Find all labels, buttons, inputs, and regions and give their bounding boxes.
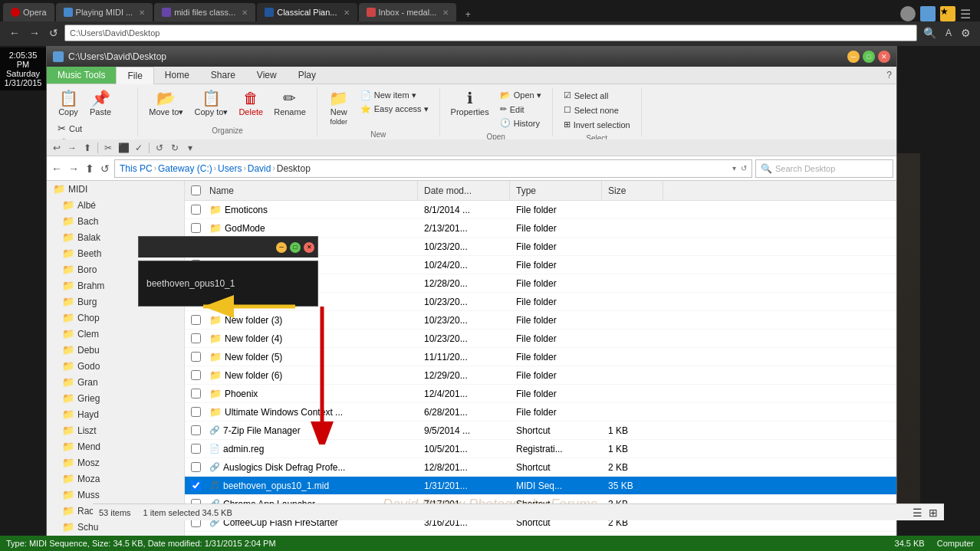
qa-forward[interactable]: →: [65, 141, 79, 155]
cut-button[interactable]: ✂ Cut: [53, 121, 131, 136]
history-button[interactable]: 🕐 History: [495, 116, 546, 130]
ribbon-tab-file[interactable]: File: [116, 67, 153, 84]
copy-to-button[interactable]: 📋 Copy to▾: [189, 89, 232, 119]
forward-button[interactable]: →: [26, 25, 43, 41]
move-to-button[interactable]: 📂 Move to▾: [144, 89, 188, 119]
menu-icon[interactable]: ☰: [960, 7, 971, 21]
file-row-beethoven[interactable]: 🎵beethoven_opus10_1.mid 1/31/201... MIDI…: [185, 477, 896, 495]
browser-tab-opera[interactable]: Opera: [3, 3, 54, 21]
easy-access-button[interactable]: ⭐ Easy access ▾: [356, 103, 433, 116]
invert-selection-button[interactable]: ⊞ Invert selection: [559, 118, 635, 131]
browser-tab-midi[interactable]: Playing MIDI ... ✕: [56, 3, 153, 21]
checkbox-7zip[interactable]: [191, 425, 201, 435]
sidebar-item-bach[interactable]: 📁 Bach: [47, 213, 184, 229]
breadcrumb[interactable]: This PC › Gateway (C:) › Users › David ›…: [114, 159, 752, 178]
ribbon-tab-play[interactable]: Play: [288, 67, 327, 84]
paste-button-large[interactable]: 📌 Paste: [85, 89, 116, 118]
sidebar-item-mosz[interactable]: 📁 Mosz: [47, 454, 184, 471]
ribbon-tab-home[interactable]: Home: [154, 67, 200, 84]
edit-button[interactable]: ✏ Edit: [495, 103, 546, 116]
browser-tab-classical[interactable]: Classical Pian... ✕: [257, 3, 357, 21]
addr-refresh[interactable]: ↺: [99, 161, 111, 176]
refresh-button[interactable]: ↺: [46, 25, 61, 41]
sidebar-item-liszt[interactable]: 📁 Liszt: [47, 422, 184, 438]
file-row-auslogics[interactable]: 🔗Auslogics Disk Defrag Profe... 12/8/201…: [185, 458, 896, 477]
tab-close-midifiles[interactable]: ✕: [242, 8, 248, 17]
sidebar-item-gran[interactable]: 📁 Gran: [47, 374, 184, 390]
search-box[interactable]: 🔍 Search Desktop: [755, 159, 893, 178]
qa-cut[interactable]: ✂: [101, 141, 115, 155]
sidebar-item-hayd[interactable]: 📁 Hayd: [47, 406, 184, 422]
sidebar-item-clem[interactable]: 📁 Clem: [47, 326, 184, 342]
addr-forward[interactable]: →: [67, 161, 81, 176]
addr-up[interactable]: ⬆: [84, 161, 96, 176]
checkbox-phoenix[interactable]: [191, 389, 201, 398]
minimize-button[interactable]: ─: [847, 51, 860, 63]
checkbox-uwc[interactable]: [191, 407, 201, 417]
sync-icon[interactable]: [920, 6, 936, 21]
rename-button[interactable]: ✏ Rename: [269, 89, 311, 118]
open-button[interactable]: 📂 Open ▾: [495, 89, 546, 102]
checkbox-newfolder4[interactable]: [191, 333, 201, 343]
maximize-button[interactable]: □: [863, 51, 875, 63]
file-row-emoticons[interactable]: 📁Emoticons 8/1/2014 ... File folder: [185, 201, 896, 219]
header-name[interactable]: Name: [203, 181, 418, 200]
select-all-button[interactable]: ☑ Select all: [559, 89, 635, 102]
checkbox-beethoven[interactable]: [191, 480, 201, 490]
checkbox-newfolder5[interactable]: [191, 352, 201, 362]
new-folder-button[interactable]: 📁 New folder: [324, 89, 354, 127]
addr-back[interactable]: ←: [50, 161, 64, 176]
sidebar-item-midi[interactable]: 📁 MIDI: [47, 181, 184, 197]
checkbox-auslogics[interactable]: [191, 462, 201, 472]
sidebar-item-chop[interactable]: 📁 Chop: [47, 310, 184, 326]
header-date[interactable]: Date mod...: [418, 181, 510, 200]
tab-close-midi[interactable]: ✕: [139, 8, 145, 17]
ribbon-tab-music-tools[interactable]: Music Tools: [47, 67, 116, 84]
back-button[interactable]: ←: [6, 25, 23, 41]
breadcrumb-desktop[interactable]: Desktop: [277, 163, 311, 174]
breadcrumb-users[interactable]: Users: [218, 163, 242, 174]
delete-button[interactable]: 🗑 Delete: [234, 89, 268, 118]
sidebar-item-mend[interactable]: 📁 Mend: [47, 438, 184, 454]
sidebar-item-schu1[interactable]: 📁 Schu: [47, 519, 184, 535]
bookmark-icon[interactable]: ★: [940, 6, 955, 21]
breadcrumb-thispc[interactable]: This PC: [120, 163, 153, 174]
checkbox-newfolder6[interactable]: [191, 370, 201, 380]
sidebar-item-godo[interactable]: 📁 Godo: [47, 358, 184, 374]
properties-button[interactable]: ℹ Properties: [446, 89, 494, 118]
breadcrumb-drive[interactable]: Gateway (C:): [158, 163, 212, 174]
ribbon-tab-view[interactable]: View: [246, 67, 288, 84]
popup-minimize[interactable]: ─: [276, 242, 287, 253]
browser-tab-midifiles[interactable]: midi files class... ✕: [154, 3, 255, 21]
breadcrumb-refresh[interactable]: ↺: [741, 164, 747, 172]
ribbon-help-icon[interactable]: ?: [886, 70, 892, 80]
header-type[interactable]: Type: [510, 181, 602, 200]
qa-paste[interactable]: ✓: [132, 141, 146, 155]
search-nav-button[interactable]: 🔍: [920, 25, 939, 41]
breadcrumb-david[interactable]: David: [248, 163, 271, 174]
browser-tab-inbox[interactable]: Inbox - medal... ✕: [359, 3, 457, 21]
checkbox-adminreg[interactable]: [191, 444, 201, 454]
qa-dropdown[interactable]: ▾: [183, 141, 197, 155]
select-none-button[interactable]: ☐ Select none: [559, 103, 635, 116]
sidebar-item-debu[interactable]: 📁 Debu: [47, 342, 184, 358]
qa-up[interactable]: ⬆: [81, 141, 94, 155]
qa-back[interactable]: ↩: [50, 141, 64, 155]
qa-undo[interactable]: ↺: [153, 141, 166, 155]
new-tab-button[interactable]: +: [461, 8, 475, 21]
view-details-icon[interactable]: ☰: [913, 507, 922, 519]
qa-copy[interactable]: ⬛: [117, 141, 130, 155]
copy-button-large[interactable]: 📋 Copy: [53, 89, 84, 118]
qa-redo[interactable]: ↻: [168, 141, 182, 155]
checkbox-godmode[interactable]: [191, 223, 201, 233]
close-button[interactable]: ✕: [878, 51, 890, 63]
amazon-icon[interactable]: A: [942, 26, 955, 40]
sidebar-item-albe[interactable]: 📁 Albé: [47, 197, 184, 213]
view-icons-icon[interactable]: ⊞: [929, 507, 938, 519]
checkbox-emoticons[interactable]: [191, 205, 201, 215]
header-size[interactable]: Size: [602, 181, 663, 200]
header-checkbox[interactable]: [185, 181, 203, 200]
popup-maximize[interactable]: □: [290, 242, 301, 253]
file-row-godmode[interactable]: 📁GodMode 2/13/201... File folder: [185, 219, 896, 238]
breadcrumb-dropdown[interactable]: ▾: [732, 164, 736, 172]
